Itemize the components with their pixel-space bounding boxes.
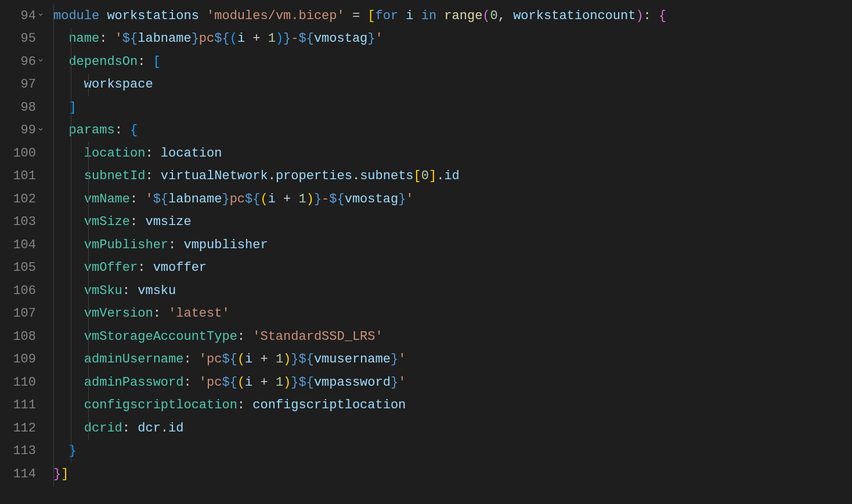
code-token: } (283, 27, 291, 50)
code-token: } (291, 371, 298, 394)
code-line[interactable]: vmPublisher: vmpublisher (53, 234, 852, 257)
code-token: } (222, 188, 229, 211)
code-line[interactable]: dcrid: dcr.id (53, 417, 852, 440)
code-line[interactable]: location: location (53, 142, 852, 165)
code-token: : (145, 165, 160, 188)
code-line[interactable]: vmSku: vmsku (53, 280, 852, 303)
code-line[interactable]: params: { (53, 119, 852, 143)
indent-guide (88, 188, 89, 211)
code-token: ] (429, 165, 436, 188)
code-line[interactable]: configscriptlocation: configscriptlocati… (53, 394, 852, 418)
code-token: { (659, 5, 666, 28)
code-token: params (68, 119, 114, 142)
code-token: ' (406, 188, 413, 211)
code-line[interactable]: name: '${labname}pc${(i + 1)}-${vmostag}… (53, 28, 852, 51)
indent-guide (53, 188, 54, 211)
indent-guide (53, 5, 54, 28)
chevron-down-icon[interactable] (37, 55, 44, 69)
indent-guide (53, 463, 54, 486)
code-token: ) (636, 5, 643, 28)
code-token: ) (283, 371, 291, 394)
code-line[interactable]: ] (53, 96, 852, 119)
code-token: : (130, 188, 145, 211)
code-token: configscriptlocation (252, 394, 406, 417)
code-token: . (352, 165, 360, 188)
indent-guide (53, 28, 54, 51)
line-number: 105 (5, 257, 36, 280)
code-token (53, 211, 84, 234)
code-token (53, 348, 84, 371)
indent-guide (53, 417, 54, 440)
code-token: labname (168, 188, 222, 211)
code-line[interactable]: vmSize: vmsize (53, 211, 852, 234)
indent-guide (53, 257, 54, 280)
code-token (53, 165, 84, 188)
code-token: [ (367, 5, 375, 28)
code-token: workspace (84, 73, 153, 96)
indent-guide (71, 96, 71, 119)
code-token (53, 188, 84, 211)
indent-guide (53, 371, 54, 394)
chevron-down-icon[interactable] (37, 9, 44, 23)
line-number: 113 (5, 440, 36, 463)
indent-guide (88, 394, 89, 418)
indent-guide (71, 280, 71, 303)
code-token: i (245, 348, 260, 371)
code-token (53, 417, 84, 440)
code-token: location (161, 142, 222, 165)
code-line[interactable]: adminUsername: 'pc${(i + 1)}${vmusername… (53, 349, 852, 372)
code-token: ' (145, 188, 153, 211)
code-token: name (68, 27, 99, 50)
indent-guide (71, 211, 71, 234)
indent-guide (53, 440, 54, 463)
code-line[interactable]: adminPassword: 'pc${(i + 1)}${vmpassword… (53, 371, 852, 394)
code-token: for (376, 5, 406, 28)
indent-guide (53, 303, 54, 326)
indent-guide (53, 50, 54, 74)
code-token: dependsOn (68, 50, 138, 74)
code-content[interactable]: module workstations 'modules/vm.bicep' =… (46, 0, 852, 504)
code-token: : (122, 280, 138, 303)
code-token: ] (61, 463, 68, 486)
code-token: vmVersion (84, 302, 153, 325)
code-line[interactable]: }] (53, 463, 852, 486)
code-line[interactable]: vmVersion: 'latest' (53, 303, 852, 326)
code-token: subnetId (84, 165, 146, 188)
indent-guide (88, 325, 89, 349)
code-token (53, 302, 84, 325)
code-token (53, 27, 68, 50)
code-token: pc (199, 27, 214, 50)
code-token: vmusername (314, 348, 391, 371)
code-token: ' (115, 27, 122, 50)
code-line[interactable]: vmOffer: vmoffer (53, 257, 852, 280)
indent-guide (88, 280, 89, 303)
code-token: ( (237, 371, 245, 394)
code-token (53, 73, 84, 96)
code-line[interactable]: } (53, 440, 852, 463)
code-token: : (237, 394, 252, 417)
indent-guide (88, 349, 89, 372)
code-editor[interactable]: 9495969798991001011021031041051061071081… (0, 0, 852, 504)
code-line[interactable]: vmName: '${labname}pc${(i + 1)}-${vmosta… (53, 188, 852, 211)
code-token: module (53, 5, 107, 28)
code-token: dcrid (84, 417, 122, 440)
code-line[interactable]: subnetId: virtualNetwork.properties.subn… (53, 165, 852, 188)
code-token: i (406, 5, 421, 28)
indent-guide (71, 142, 71, 165)
code-token: } (391, 371, 398, 394)
code-token: vmostag (345, 188, 398, 211)
code-token: ${ (245, 188, 260, 211)
line-number: 102 (5, 188, 36, 211)
chevron-down-icon[interactable] (37, 124, 44, 138)
code-line[interactable]: workspace (53, 74, 852, 97)
code-token (53, 394, 84, 417)
line-number: 114 (5, 463, 36, 486)
code-line[interactable]: module workstations 'modules/vm.bicep' =… (53, 5, 852, 28)
code-line[interactable]: vmStorageAccountType: 'StandardSSD_LRS' (53, 325, 852, 349)
indent-guide (71, 234, 71, 257)
line-number: 95 (5, 28, 36, 51)
code-token: vmpublisher (183, 234, 268, 257)
code-token: location (84, 142, 146, 165)
code-line[interactable]: dependsOn: [ (53, 50, 852, 74)
indent-guide (71, 119, 71, 143)
